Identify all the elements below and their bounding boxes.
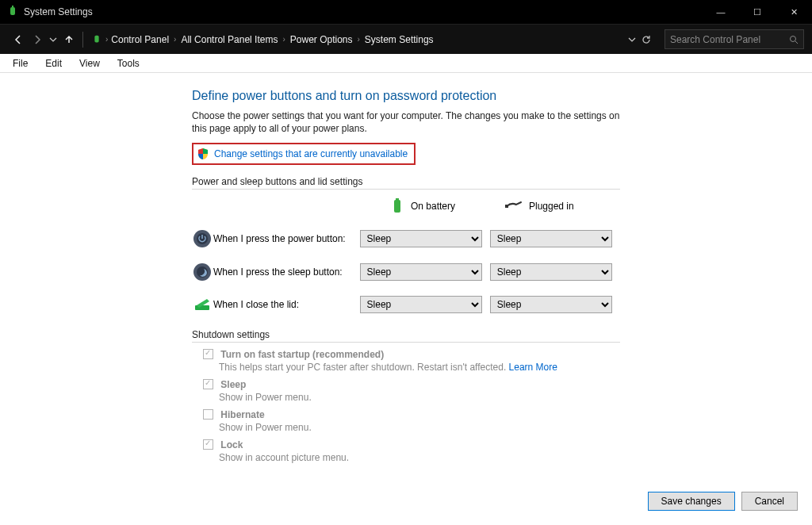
battery-icon [390, 197, 404, 215]
forward-button[interactable] [29, 31, 46, 48]
plug-icon [505, 201, 523, 212]
close-lid-plugged-select[interactable]: Sleep [490, 296, 612, 313]
recent-locations-dropdown[interactable] [48, 31, 59, 48]
address-bar: › Control Panel › All Control Panel Item… [0, 24, 812, 54]
power-button-plugged-select[interactable]: Sleep [490, 230, 612, 247]
row-sleep-button: When I press the sleep button: Sleep Sle… [192, 262, 620, 282]
crumb-power-options[interactable]: Power Options [290, 34, 353, 45]
chevron-right-icon: › [282, 35, 285, 44]
fast-startup-checkbox [203, 349, 213, 359]
search-input[interactable]: Search Control Panel [665, 29, 804, 49]
sleep-desc: Show in Power menu. [219, 392, 620, 403]
sleep-label: Sleep [220, 379, 246, 390]
svg-rect-0 [10, 7, 15, 15]
hibernate-desc: Show in Power menu. [219, 422, 620, 433]
content-area: Define power buttons and turn on passwor… [0, 73, 812, 525]
crumb-system-settings[interactable]: System Settings [365, 34, 434, 45]
lock-label: Lock [220, 439, 243, 450]
section-power-sleep-title: Power and sleep buttons and lid settings [192, 176, 620, 190]
lock-desc: Show in account picture menu. [219, 452, 620, 463]
menu-edit[interactable]: Edit [39, 56, 68, 71]
crumb-all-items[interactable]: All Control Panel Items [181, 34, 278, 45]
chevron-right-icon: › [174, 35, 176, 44]
hibernate-label: Hibernate [220, 409, 264, 420]
titlebar: System Settings — ☐ ✕ [0, 0, 812, 24]
fast-startup-label: Turn on fast startup (recommended) [220, 349, 384, 360]
column-headers: On battery Plugged in [350, 197, 620, 215]
menu-view[interactable]: View [73, 56, 106, 71]
menubar: File Edit View Tools [0, 54, 812, 73]
plugged-in-label: Plugged in [529, 201, 574, 212]
change-settings-highlight: Change settings that are currently unava… [192, 143, 416, 165]
power-button-battery-select[interactable]: Sleep [360, 230, 482, 247]
power-button-icon [192, 229, 213, 248]
sleep-item: Sleep Show in Power menu. [203, 377, 620, 403]
svg-rect-6 [396, 198, 399, 201]
shield-icon [197, 148, 209, 160]
row-power-button: When I press the power button: Sleep Sle… [192, 229, 620, 248]
app-icon [6, 6, 19, 18]
address-dropdown[interactable] [623, 31, 641, 48]
cancel-button[interactable]: Cancel [741, 492, 798, 511]
change-settings-link[interactable]: Change settings that are currently unava… [214, 148, 408, 159]
menu-file[interactable]: File [6, 56, 34, 71]
sleep-checkbox [203, 379, 213, 389]
svg-rect-7 [505, 205, 508, 208]
close-lid-label: When I close the lid: [213, 299, 360, 310]
page-description: Choose the power settings that you want … [192, 109, 620, 135]
minimize-button[interactable]: — [703, 0, 739, 24]
svg-line-4 [795, 41, 798, 44]
lock-item: Lock Show in account picture menu. [203, 438, 620, 463]
chevron-right-icon: › [358, 35, 360, 44]
chevron-right-icon: › [105, 35, 108, 44]
crumb-control-panel[interactable]: Control Panel [111, 34, 169, 45]
row-close-lid: When I close the lid: Sleep Sleep [192, 296, 620, 313]
hibernate-item: Hibernate Show in Power menu. [203, 408, 620, 433]
hibernate-checkbox [203, 409, 213, 420]
power-button-label: When I press the power button: [213, 233, 360, 244]
section-shutdown-title: Shutdown settings [192, 329, 620, 343]
svg-rect-5 [394, 200, 400, 213]
menu-tools[interactable]: Tools [111, 56, 146, 71]
save-button[interactable]: Save changes [648, 492, 735, 511]
back-button[interactable] [10, 31, 27, 48]
page-title: Define power buttons and turn on passwor… [192, 89, 620, 103]
sleep-button-label: When I press the sleep button: [213, 266, 360, 278]
close-button[interactable]: ✕ [776, 0, 812, 24]
sleep-button-battery-select[interactable]: Sleep [360, 263, 482, 281]
svg-point-3 [791, 36, 796, 41]
sleep-button-icon [192, 262, 213, 282]
svg-rect-1 [12, 6, 13, 8]
close-lid-battery-select[interactable]: Sleep [360, 296, 482, 313]
fast-startup-desc: This helps start your PC faster after sh… [219, 362, 509, 373]
svg-rect-2 [94, 35, 98, 42]
on-battery-label: On battery [411, 201, 455, 212]
lid-icon [192, 297, 213, 312]
window-title: System Settings [24, 6, 93, 17]
location-icon [88, 31, 105, 48]
footer-buttons: Save changes Cancel [648, 492, 798, 511]
up-button[interactable] [60, 31, 78, 48]
fast-startup-item: Turn on fast startup (recommended) This … [203, 347, 620, 373]
breadcrumb: Control Panel › All Control Panel Items … [111, 34, 433, 45]
learn-more-link[interactable]: Learn More [509, 362, 557, 373]
sleep-button-plugged-select[interactable]: Sleep [490, 263, 612, 281]
refresh-button[interactable] [641, 34, 665, 45]
lock-checkbox [203, 439, 213, 450]
maximize-button[interactable]: ☐ [739, 0, 776, 24]
search-placeholder: Search Control Panel [670, 34, 789, 45]
search-icon [789, 35, 799, 44]
svg-rect-12 [195, 305, 209, 310]
